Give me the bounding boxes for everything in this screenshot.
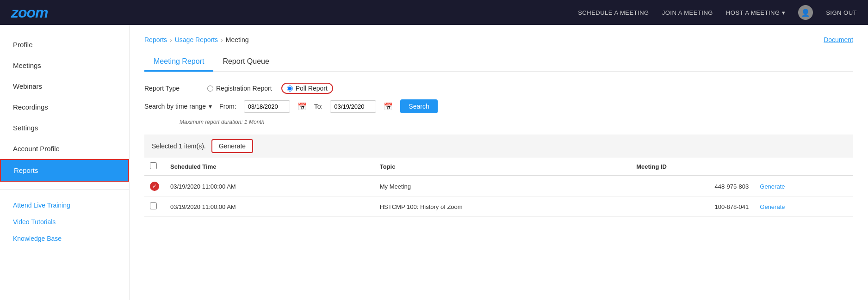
breadcrumb: Reports › Usage Reports › Meeting Docume… <box>144 36 853 43</box>
selected-count-text: Selected 1 item(s). <box>152 142 206 150</box>
row-checkbox-cell <box>144 197 165 217</box>
row-checkbox-cell: ✓ <box>144 176 165 197</box>
row-checked-indicator[interactable]: ✓ <box>150 182 159 191</box>
to-calendar-icon[interactable]: 📅 <box>384 102 393 111</box>
search-range-label: Search by time range <box>144 103 206 110</box>
row-topic: HSTCMP 100: History of Zoom <box>374 197 631 217</box>
row-scheduled-time: 03/19/2020 11:00:00 AM <box>165 197 374 217</box>
breadcrumb-usage-reports-link[interactable]: Usage Reports <box>175 36 218 43</box>
generate-button[interactable]: Generate <box>211 139 253 153</box>
select-all-checkbox[interactable] <box>150 162 157 169</box>
th-meeting-id: Meeting ID <box>631 158 754 176</box>
selected-bar: Selected 1 item(s). Generate <box>144 135 853 158</box>
table-header: Scheduled Time Topic Meeting ID <box>144 158 853 176</box>
max-duration-text: Maximum report duration: 1 Month <box>180 119 853 125</box>
poll-report-highlight: Poll Report <box>281 83 333 94</box>
from-date-input[interactable] <box>244 100 290 113</box>
breadcrumb-nav: Reports › Usage Reports › Meeting <box>144 36 249 43</box>
th-action <box>754 158 853 176</box>
report-type-label: Report Type <box>144 85 200 92</box>
zoom-logo[interactable]: zoom <box>11 4 48 21</box>
sidebar-item-recordings[interactable]: Recordings <box>0 97 129 117</box>
sidebar: Profile Meetings Webinars Recordings Set… <box>0 25 130 300</box>
search-button[interactable]: Search <box>400 99 437 113</box>
row-action-cell: Generate <box>754 176 853 197</box>
main-content: Reports › Usage Reports › Meeting Docume… <box>130 25 868 300</box>
schedule-meeting-link[interactable]: SCHEDULE A MEETING <box>578 9 649 16</box>
sidebar-item-reports[interactable]: Reports <box>0 159 129 182</box>
tab-meeting-report[interactable]: Meeting Report <box>144 53 213 72</box>
row-meeting-id: 100-878-041 <box>631 197 754 217</box>
report-form: Report Type Registration Report Poll Rep… <box>144 83 853 125</box>
row-topic: My Meeting <box>374 176 631 197</box>
breadcrumb-sep-1: › <box>170 36 172 43</box>
row-action-cell: Generate <box>754 197 853 217</box>
breadcrumb-reports-link[interactable]: Reports <box>144 36 167 43</box>
sidebar-item-webinars[interactable]: Webinars <box>0 76 129 97</box>
poll-report-label: Poll Report <box>296 85 328 92</box>
tabs: Meeting Report Report Queue <box>144 53 853 72</box>
row-meeting-id: 448-975-803 <box>631 176 754 197</box>
sidebar-knowledge-base[interactable]: Knowledge Base <box>0 230 129 247</box>
breadcrumb-current: Meeting <box>226 36 249 43</box>
poll-report-option[interactable]: Poll Report <box>281 83 333 94</box>
sign-out-link[interactable]: SIGN OUT <box>826 9 857 16</box>
th-scheduled-time: Scheduled Time <box>165 158 374 176</box>
report-type-radio-group: Registration Report Poll Report <box>207 83 333 94</box>
report-table: Scheduled Time Topic Meeting ID ✓03/19/2… <box>144 158 853 217</box>
avatar[interactable]: 👤 <box>798 5 813 20</box>
from-calendar-icon[interactable]: 📅 <box>298 102 307 111</box>
to-label: To: <box>314 103 323 110</box>
registration-report-option[interactable]: Registration Report <box>207 85 272 92</box>
sidebar-attend-live-training[interactable]: Attend Live Training <box>0 197 129 214</box>
join-meeting-link[interactable]: JOIN A MEETING <box>662 9 713 16</box>
breadcrumb-sep-2: › <box>221 36 223 43</box>
dropdown-arrow-icon: ▾ <box>209 103 212 110</box>
search-by-time-range-dropdown[interactable]: Search by time range ▾ <box>144 103 212 110</box>
registration-report-label: Registration Report <box>216 85 272 92</box>
row-checkbox[interactable] <box>150 202 157 209</box>
sidebar-item-settings[interactable]: Settings <box>0 117 129 138</box>
sidebar-item-profile[interactable]: Profile <box>0 34 129 55</box>
row-scheduled-time: 03/19/2020 11:00:00 AM <box>165 176 374 197</box>
poll-report-radio[interactable] <box>287 86 293 92</box>
sidebar-divider <box>0 189 129 190</box>
table-body: ✓03/19/2020 11:00:00 AMMy Meeting448-975… <box>144 176 853 217</box>
th-topic: Topic <box>374 158 631 176</box>
row-generate-link[interactable]: Generate <box>760 203 785 210</box>
document-link[interactable]: Document <box>824 36 853 43</box>
sidebar-video-tutorials[interactable]: Video Tutorials <box>0 214 129 230</box>
to-date-input[interactable] <box>330 100 376 113</box>
page-layout: Profile Meetings Webinars Recordings Set… <box>0 25 868 300</box>
nav-links: SCHEDULE A MEETING JOIN A MEETING HOST A… <box>578 5 857 20</box>
tab-report-queue[interactable]: Report Queue <box>213 53 279 72</box>
from-label: From: <box>219 103 236 110</box>
table-row: ✓03/19/2020 11:00:00 AMMy Meeting448-975… <box>144 176 853 197</box>
top-nav: zoom SCHEDULE A MEETING JOIN A MEETING H… <box>0 0 868 25</box>
sidebar-item-meetings[interactable]: Meetings <box>0 55 129 76</box>
date-range-row: Search by time range ▾ From: 📅 To: 📅 Sea… <box>144 99 853 113</box>
th-checkbox <box>144 158 165 176</box>
registration-report-radio[interactable] <box>207 86 213 92</box>
row-generate-link[interactable]: Generate <box>760 183 785 190</box>
host-meeting-link[interactable]: HOST A MEETING ▾ <box>726 9 785 16</box>
table-row: 03/19/2020 11:00:00 AMHSTCMP 100: Histor… <box>144 197 853 217</box>
report-type-row: Report Type Registration Report Poll Rep… <box>144 83 853 94</box>
sidebar-item-account-profile[interactable]: Account Profile <box>0 138 129 159</box>
